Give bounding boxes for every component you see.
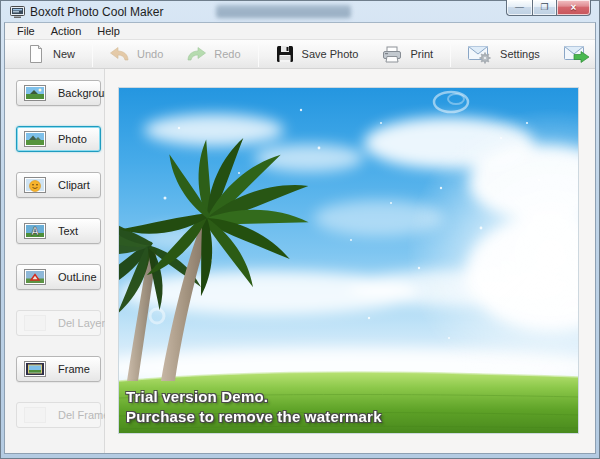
- undo-button[interactable]: Undo: [98, 44, 175, 65]
- content-area: Background Photo: [5, 69, 595, 453]
- clipart-button[interactable]: Clipart: [16, 172, 101, 198]
- frame-icon: [24, 361, 46, 377]
- client-area: File Action Help New Undo: [4, 22, 596, 454]
- send-mail-button[interactable]: Send Mail: [552, 42, 596, 67]
- outline-label: OutLine: [58, 271, 97, 283]
- save-icon: [276, 45, 294, 63]
- frame-label: Frame: [58, 363, 90, 375]
- minimize-button[interactable]: —: [506, 0, 532, 16]
- close-button[interactable]: ×: [557, 0, 591, 16]
- text-label: Text: [58, 225, 78, 237]
- save-photo-button[interactable]: Save Photo: [264, 42, 371, 66]
- app-icon: [10, 6, 25, 18]
- new-button[interactable]: New: [15, 41, 87, 67]
- print-icon: [382, 46, 402, 63]
- redo-icon: [187, 47, 206, 62]
- redacted-region: [216, 5, 351, 18]
- frame-button[interactable]: Frame: [16, 356, 101, 382]
- redo-button[interactable]: Redo: [175, 44, 252, 65]
- trial-watermark: Trial version Demo. Purchase to remove t…: [126, 387, 382, 427]
- settings-button[interactable]: Settings: [456, 42, 552, 67]
- menu-action[interactable]: Action: [43, 24, 90, 38]
- photo-icon: [24, 131, 46, 147]
- del-frame-icon: [24, 407, 46, 423]
- tool-sidebar: Background Photo: [5, 69, 105, 453]
- clipart-icon: [24, 177, 46, 193]
- title-bar: Boxoft Photo Cool Maker — ❐ ×: [4, 1, 596, 22]
- del-layer-icon: [24, 315, 46, 331]
- text-button[interactable]: A Text: [16, 218, 101, 244]
- background-button[interactable]: Background: [16, 80, 101, 106]
- new-label: New: [53, 48, 75, 60]
- del-frame-button[interactable]: Del Frame: [16, 402, 101, 428]
- photo-label: Photo: [58, 133, 87, 145]
- toolbar-separator: [92, 41, 93, 67]
- settings-icon: [468, 45, 492, 64]
- del-layer-button[interactable]: Del Layer: [16, 310, 101, 336]
- undo-icon: [110, 47, 129, 62]
- outline-button[interactable]: OutLine: [16, 264, 101, 290]
- redo-label: Redo: [214, 48, 240, 60]
- text-icon: A: [24, 223, 46, 239]
- save-photo-label: Save Photo: [302, 48, 359, 60]
- menu-help[interactable]: Help: [89, 24, 128, 38]
- tropical-scene-image: [119, 88, 579, 434]
- watermark-line2: Purchase to remove the watermark: [126, 407, 382, 427]
- window-title: Boxoft Photo Cool Maker: [30, 5, 163, 19]
- del-layer-label: Del Layer: [58, 317, 105, 329]
- clipart-label: Clipart: [58, 179, 90, 191]
- watermark-line1: Trial version Demo.: [126, 387, 382, 407]
- toolbar-separator: [450, 41, 451, 67]
- settings-label: Settings: [500, 48, 540, 60]
- del-frame-label: Del Frame: [58, 409, 109, 421]
- background-icon: [24, 85, 46, 101]
- new-document-icon: [27, 44, 45, 64]
- outline-icon: [24, 269, 46, 285]
- maximize-button[interactable]: ❐: [532, 0, 557, 16]
- menu-file[interactable]: File: [9, 24, 43, 38]
- app-window: Boxoft Photo Cool Maker — ❐ × File Actio…: [0, 0, 600, 459]
- toolbar-separator: [258, 41, 259, 67]
- send-mail-icon: [564, 45, 590, 64]
- svg-text:A: A: [31, 225, 39, 237]
- editor-panel: Trial version Demo. Purchase to remove t…: [105, 69, 595, 453]
- print-label: Print: [410, 48, 433, 60]
- undo-label: Undo: [137, 48, 163, 60]
- window-controls: — ❐ ×: [506, 0, 591, 16]
- toolbar: New Undo Redo: [5, 39, 595, 69]
- print-button[interactable]: Print: [370, 43, 445, 66]
- photo-button[interactable]: Photo: [16, 126, 101, 152]
- menu-bar: File Action Help: [5, 23, 595, 39]
- photo-canvas[interactable]: Trial version Demo. Purchase to remove t…: [118, 87, 579, 434]
